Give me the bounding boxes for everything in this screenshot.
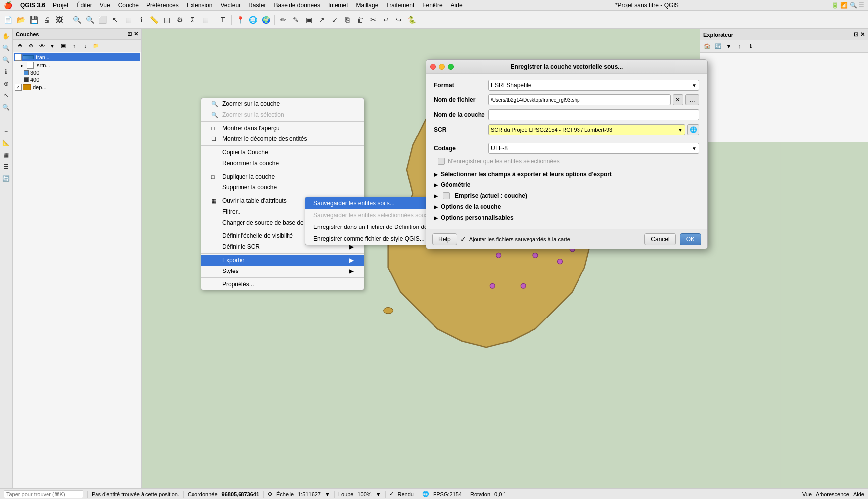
layer-dep-check[interactable]: ✓ [15, 84, 22, 91]
layers-filter-btn[interactable]: ▼ [48, 41, 57, 51]
layer-fran-check[interactable]: ✓ [15, 54, 22, 61]
pin-btn[interactable]: 📍 [234, 14, 246, 26]
explorer-up-btn[interactable]: ↑ [735, 42, 745, 51]
settings-btn[interactable]: ⚙ [174, 14, 186, 26]
dialog-maximize-btn[interactable] [448, 64, 454, 70]
zoom-out-map-btn[interactable]: 🔍 [1, 54, 12, 65]
identify-map-btn[interactable]: ℹ [1, 66, 12, 77]
cancel-btn[interactable]: Cancel [644, 233, 675, 245]
zoom-out-btn[interactable]: 🔍 [84, 14, 96, 26]
crosshair-btn[interactable]: ⊕ [1, 78, 12, 89]
menu-maillage[interactable]: Maillage [356, 2, 379, 9]
python-btn[interactable]: 🐍 [406, 14, 418, 26]
emprise-checkbox[interactable] [443, 192, 450, 199]
layers-down-btn[interactable]: ↓ [80, 41, 90, 51]
layer-srtn[interactable]: ▸ srtn... [14, 61, 140, 69]
layers-panel-detach-btn[interactable]: ✕ [134, 31, 138, 37]
layername-input[interactable] [488, 109, 699, 120]
section-champs[interactable]: ▶ Sélectionner les champs à exporter et … [434, 169, 699, 180]
select2-btn[interactable]: ▦ [122, 14, 134, 26]
menu-raster[interactable]: Raster [248, 2, 266, 9]
explorer-filter-btn[interactable]: ▼ [724, 42, 734, 51]
refresh-btn[interactable]: 🔄 [1, 173, 12, 184]
explorer-detach-btn[interactable]: ✕ [860, 31, 865, 38]
minus-btn[interactable]: − [1, 126, 12, 136]
save-as-btn[interactable]: 🖨 [41, 14, 52, 26]
grid-btn[interactable]: ▦ [1, 149, 12, 160]
measure-map-btn[interactable]: 📐 [1, 137, 12, 148]
codage-select[interactable]: UTF-8 ▼ [488, 143, 699, 154]
ok-btn[interactable]: OK [680, 233, 701, 245]
search-map-btn[interactable]: 🔍 [1, 102, 12, 113]
copy-btn[interactable]: ⎘ [341, 14, 353, 26]
layer-srtn-expand[interactable]: ▸ [21, 63, 27, 68]
layers-btn[interactable]: ☰ [1, 161, 12, 172]
section-options-couche[interactable]: ▶ Options de la couche [434, 201, 699, 212]
apple-menu[interactable]: 🍎 [4, 1, 12, 9]
rendu-checkbox[interactable]: ✓ [389, 491, 394, 497]
scr-globe-btn[interactable]: 🌐 [687, 124, 699, 135]
menu-aide[interactable]: Aide [451, 2, 463, 9]
filename-browse-btn[interactable]: … [685, 94, 699, 105]
menu-fenetre[interactable]: Fenêtre [422, 2, 442, 9]
layers-eye-btn[interactable]: 👁 [37, 41, 47, 51]
ctx-copier-couche[interactable]: Copier la Couche [201, 147, 364, 158]
redo-btn[interactable]: ↪ [393, 14, 405, 26]
entities-checkbox[interactable] [438, 158, 445, 165]
menu-bdd[interactable]: Base de données [274, 2, 320, 9]
layer-fran[interactable]: ✓ fran... [14, 53, 140, 61]
scr-select[interactable]: SCR du Projet: EPSG:2154 - RGF93 / Lambe… [488, 124, 685, 135]
ctx-montrer-apercu[interactable]: □ Montrer dans l'aperçu [201, 123, 364, 134]
explorer-close-btn[interactable]: ⊡ [854, 31, 858, 38]
filter-btn[interactable]: ▦ [199, 14, 211, 26]
layer-srtn-check[interactable] [27, 62, 34, 69]
format-select[interactable]: ESRI Shapefile ▼ [488, 80, 699, 91]
layers-add-btn[interactable]: ⊕ [15, 41, 25, 51]
attr-table-btn[interactable]: ▤ [161, 14, 173, 26]
edit2-btn[interactable]: ✎ [290, 14, 302, 26]
ctx-montrer-decompte[interactable]: ☐ Montrer le décompte des entités [201, 134, 364, 144]
scale-dropdown[interactable]: ▼ [325, 491, 330, 497]
explorer-refresh-btn[interactable]: 🔄 [713, 42, 723, 51]
layers-settings-btn[interactable]: ▣ [58, 41, 68, 51]
menu-projet[interactable]: Projet [53, 2, 68, 9]
edit3-btn[interactable]: ▣ [303, 14, 315, 26]
save-btn[interactable]: 💾 [28, 14, 40, 26]
layer-400[interactable]: 400 [14, 76, 140, 83]
ctx-supprimer[interactable]: Supprimer la couche [201, 182, 364, 193]
menu-extension[interactable]: Extension [187, 2, 213, 9]
undo-btn[interactable]: ↩ [380, 14, 392, 26]
help-btn[interactable]: Help [432, 233, 457, 245]
menu-traitement[interactable]: Traitement [386, 2, 414, 9]
layers-group-btn[interactable]: 📁 [91, 41, 101, 51]
layers-remove-btn[interactable]: ⊘ [26, 41, 36, 51]
section-options-perso[interactable]: ▶ Options personnalisables [434, 212, 699, 223]
menu-preferences[interactable]: Préférences [146, 2, 179, 9]
menu-couche[interactable]: Couche [118, 2, 139, 9]
explorer-home-btn[interactable]: 🏠 [702, 42, 712, 51]
open-btn[interactable]: 📂 [15, 14, 27, 26]
print-btn[interactable]: 🖼 [53, 14, 65, 26]
layer-dep[interactable]: ✓ dep... [14, 83, 140, 91]
ctx-exporter[interactable]: Exporter ▶ [201, 255, 364, 266]
plus-btn[interactable]: + [1, 114, 12, 125]
ctx-renommer[interactable]: Renommer la couche [201, 158, 364, 169]
zoom-full-btn[interactable]: ⬜ [96, 14, 108, 26]
menu-vue[interactable]: Vue [100, 2, 110, 9]
explorer-info-btn[interactable]: ℹ [746, 42, 756, 51]
layers-up-btn[interactable]: ↑ [69, 41, 79, 51]
globe-btn[interactable]: 🌍 [260, 14, 272, 26]
ctx-proprietes[interactable]: Propriétés... [201, 279, 364, 290]
layers-panel-close-btn[interactable]: ⊡ [127, 31, 132, 37]
text-btn[interactable]: T [217, 14, 229, 26]
dialog-minimize-btn[interactable] [439, 64, 445, 70]
edit-btn[interactable]: ✏ [277, 14, 289, 26]
edit4-btn[interactable]: ↗ [316, 14, 328, 26]
select-map-btn[interactable]: ↖ [1, 90, 12, 101]
new-file-btn[interactable]: 📄 [2, 14, 14, 26]
ctx-styles[interactable]: Styles ▶ [201, 266, 364, 276]
filename-input[interactable]: /Users/tb2g14/Desktop/france_rgf93.shp [488, 94, 671, 105]
layer-300[interactable]: 300 [14, 69, 140, 76]
edit5-btn[interactable]: ↙ [329, 14, 340, 26]
zoom-in-btn[interactable]: 🔍 [71, 14, 83, 26]
